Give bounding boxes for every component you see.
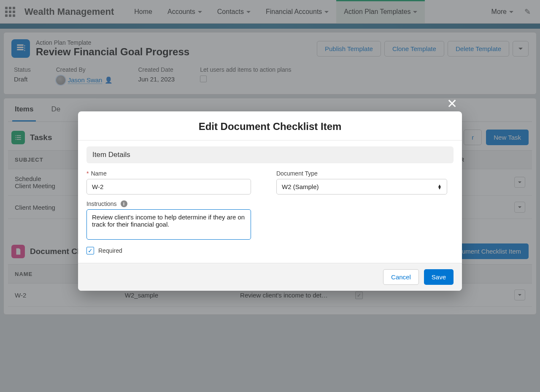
modal-title: Edit Document Checklist Item	[78, 111, 462, 141]
required-checkbox[interactable]: ✓	[86, 247, 94, 254]
panel-heading: Item Details	[86, 146, 454, 163]
name-label: Name	[91, 170, 106, 177]
instructions-label: Instructions	[86, 200, 117, 207]
edit-document-modal: Edit Document Checklist Item Item Detail…	[78, 111, 462, 291]
select-sort-icon: ▲▼	[437, 184, 442, 189]
close-icon[interactable]: ✕	[447, 96, 457, 111]
doctype-label: Document Type	[276, 170, 318, 177]
cancel-button[interactable]: Cancel	[383, 269, 419, 285]
instructions-textarea[interactable]	[86, 209, 251, 240]
info-icon[interactable]: i	[121, 200, 127, 207]
save-button[interactable]: Save	[424, 269, 454, 285]
doctype-select[interactable]: W2 (Sample) ▲▼	[276, 179, 447, 195]
required-label: Required	[98, 247, 122, 254]
name-input[interactable]	[86, 179, 251, 195]
doctype-value: W2 (Sample)	[282, 183, 319, 190]
required-asterisk: *	[86, 170, 89, 177]
